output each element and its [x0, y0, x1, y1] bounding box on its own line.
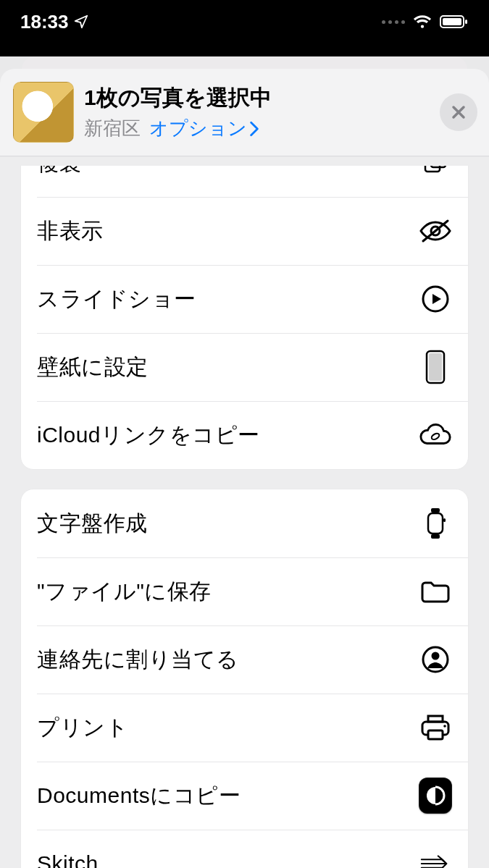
action-label: 非表示 — [37, 216, 104, 246]
action-label: 複製 — [37, 166, 81, 178]
photo-thumbnail — [13, 82, 74, 143]
options-label: オプション — [149, 116, 247, 141]
action-label: Documentsにコピー — [37, 781, 241, 811]
skitch-arrow-icon — [419, 847, 452, 868]
printer-icon — [419, 711, 452, 744]
svg-rect-11 — [431, 508, 440, 513]
action-skitch[interactable]: Skitch — [21, 830, 468, 868]
action-label: 連絡先に割り当てる — [37, 645, 239, 675]
action-copy-icloud-link[interactable]: iCloudリンクをコピー — [21, 401, 468, 469]
svg-rect-8 — [429, 353, 442, 381]
apple-watch-icon — [419, 507, 452, 540]
action-label: 壁紙に設定 — [37, 353, 149, 382]
svg-rect-17 — [428, 716, 443, 722]
wifi-icon — [412, 14, 432, 30]
cloud-link-icon — [419, 418, 452, 452]
share-sheet: 1枚の写真を選択中 新宿区 オプション 複製 — [0, 69, 489, 868]
svg-rect-10 — [428, 513, 443, 534]
actions-group-1: 複製 非表示 スライドショー — [20, 166, 469, 470]
action-label: Skitch — [37, 851, 99, 868]
actions-group-2: 文字盤作成 "ファイル"に保存 連絡先に割り当てる — [20, 489, 469, 868]
svg-rect-4 — [431, 166, 446, 167]
action-set-wallpaper[interactable]: 壁紙に設定 — [21, 333, 468, 401]
folder-icon — [419, 575, 452, 608]
svg-rect-13 — [443, 518, 446, 522]
sheet-title: 1枚の写真を選択中 — [84, 83, 440, 113]
status-time: 18:33 — [20, 11, 69, 33]
action-label: iCloudリンクをコピー — [37, 421, 260, 450]
action-save-to-files[interactable]: "ファイル"に保存 — [21, 557, 468, 625]
photo-location: 新宿区 — [84, 116, 141, 141]
svg-rect-1 — [443, 18, 461, 25]
battery-icon — [440, 14, 469, 29]
svg-point-9 — [430, 432, 440, 441]
action-create-watchface[interactable]: 文字盤作成 — [21, 489, 468, 557]
cellular-unavailable-icon — [382, 20, 405, 24]
action-label: スライドショー — [37, 285, 196, 314]
options-button[interactable]: オプション — [149, 116, 260, 141]
documents-app-icon — [419, 779, 452, 812]
iphone-icon — [419, 350, 452, 384]
play-circle-icon — [419, 282, 452, 316]
action-print[interactable]: プリント — [21, 694, 468, 762]
svg-rect-2 — [465, 20, 467, 24]
action-assign-to-contact[interactable]: 連絡先に割り当てる — [21, 625, 468, 694]
share-sheet-header: 1枚の写真を選択中 新宿区 オプション — [0, 69, 489, 156]
actions-scroll-area[interactable]: 複製 非表示 スライドショー — [0, 166, 489, 868]
eye-slash-icon — [419, 214, 452, 248]
action-copy-to-documents[interactable]: Documentsにコピー — [21, 762, 468, 830]
svg-rect-18 — [428, 730, 443, 739]
action-label: "ファイル"に保存 — [37, 577, 212, 607]
location-services-icon — [73, 14, 89, 30]
action-slideshow[interactable]: スライドショー — [21, 265, 468, 333]
action-label: 文字盤作成 — [37, 509, 148, 539]
svg-point-19 — [443, 725, 446, 728]
status-bar: 18:33 — [0, 0, 489, 43]
duplicate-icon — [419, 166, 452, 180]
close-button[interactable] — [440, 93, 477, 131]
person-circle-icon — [419, 643, 452, 676]
svg-rect-12 — [431, 534, 440, 539]
svg-point-15 — [432, 652, 440, 660]
action-duplicate[interactable]: 複製 — [21, 166, 468, 197]
action-hide[interactable]: 非表示 — [21, 197, 468, 265]
action-label: プリント — [37, 713, 128, 743]
